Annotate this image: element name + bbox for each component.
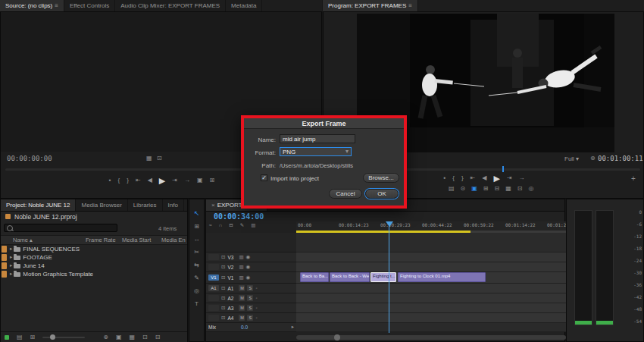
razor-tool-icon[interactable]: ✂: [194, 249, 199, 256]
hand-tool-icon[interactable]: ◎: [194, 288, 199, 294]
voiceover-record-icon[interactable]: ◦: [255, 306, 257, 311]
table-row[interactable]: ▸ FINAL SEQUENCES: [1, 245, 189, 253]
name-input[interactable]: [280, 134, 355, 143]
play-icon[interactable]: ▶: [159, 176, 165, 186]
settings-icon[interactable]: ⊡: [157, 155, 162, 162]
timeline-clip[interactable]: Back to Ba...: [300, 272, 329, 282]
solo-toggle[interactable]: S: [247, 295, 253, 301]
import-checkbox[interactable]: ✓: [261, 174, 267, 181]
source-patch-empty[interactable]: [208, 295, 219, 301]
format-select[interactable]: PNG ▾: [280, 147, 352, 156]
tab-libraries[interactable]: Libraries: [128, 199, 163, 211]
selection-tool-icon[interactable]: ↖: [194, 210, 200, 217]
tab-info[interactable]: Info: [163, 199, 184, 211]
icon-view-icon[interactable]: ⊞: [30, 334, 36, 340]
label-color-chip[interactable]: [2, 246, 7, 253]
slip-tool-icon[interactable]: ⇆: [194, 262, 199, 268]
zoom-level-select[interactable]: Full ▾: [564, 155, 579, 162]
track-lane-a1[interactable]: [296, 284, 566, 293]
linked-selection-icon[interactable]: ⊟: [229, 223, 233, 228]
comparison-view-icon[interactable]: ⊞: [483, 186, 489, 192]
track-lane-v3[interactable]: [296, 253, 566, 262]
sync-lock-icon[interactable]: ▥: [239, 255, 243, 260]
track-lane-v2[interactable]: [296, 262, 566, 272]
proxy-toggle-icon[interactable]: ⊡: [517, 186, 523, 192]
mark-out-icon[interactable]: }: [127, 177, 129, 184]
go-to-in-icon[interactable]: ⇤: [136, 177, 141, 184]
solo-toggle[interactable]: S: [247, 285, 253, 291]
keyframe-nav-icon[interactable]: ▸: [292, 325, 294, 330]
table-row[interactable]: ▸ Motion Graphics Template: [1, 270, 189, 278]
close-icon[interactable]: ×: [211, 202, 215, 209]
tab-audio-clip-mixer[interactable]: Audio Clip Mixer: EXPORT FRAMES: [115, 0, 226, 11]
source-patch-empty[interactable]: [208, 254, 219, 260]
source-patch-empty[interactable]: [208, 305, 219, 311]
label-color-chip[interactable]: [2, 262, 7, 269]
timeline-timecode[interactable]: 00:00:34:00: [214, 212, 264, 221]
eye-icon[interactable]: ◉: [246, 265, 251, 270]
track-lane-a2[interactable]: [296, 293, 566, 303]
track-header-mix[interactable]: Mix 0.0 ▸: [206, 323, 296, 332]
disclosure-icon[interactable]: ▸: [10, 271, 12, 277]
step-back-icon[interactable]: ◀: [482, 175, 486, 181]
trash-icon[interactable]: ⊟: [155, 334, 161, 340]
timeline-settings-icon[interactable]: ▥: [251, 223, 255, 228]
multi-camera-icon[interactable]: ▦: [505, 186, 511, 192]
lock-icon[interactable]: ⊡: [221, 315, 225, 321]
mark-in-icon[interactable]: {: [118, 177, 120, 184]
track-header-a3[interactable]: ⊡ A3 M S ◦: [206, 303, 296, 313]
tab-metadata[interactable]: Metadata: [226, 0, 262, 11]
track-header-v2[interactable]: ⊡ V2 ▥ ◉: [206, 262, 296, 272]
cancel-button[interactable]: Cancel: [329, 189, 362, 199]
lock-icon[interactable]: ⊡: [221, 255, 225, 260]
vr-video-icon[interactable]: ◎: [529, 186, 534, 192]
solo-toggle[interactable]: S: [247, 315, 253, 321]
table-row[interactable]: ▸ FOOTAGE: [1, 253, 189, 262]
eye-icon[interactable]: ◉: [246, 255, 251, 260]
lift-icon[interactable]: ▤: [449, 186, 455, 192]
step-forward-icon[interactable]: ⇥: [507, 175, 512, 181]
go-to-out-icon[interactable]: →: [184, 177, 190, 184]
timeline-scrollbar[interactable]: [296, 335, 566, 340]
type-tool-icon[interactable]: T: [195, 301, 199, 307]
insert-icon[interactable]: ▣: [197, 177, 203, 184]
track-header-v3[interactable]: ⊡ V3 ▥ ◉: [206, 253, 296, 262]
mark-in-icon[interactable]: {: [452, 175, 455, 181]
track-lane-a3[interactable]: [296, 303, 566, 313]
track-lane-a4[interactable]: [296, 313, 566, 323]
search-input[interactable]: [4, 224, 117, 232]
add-marker-icon[interactable]: ▪: [109, 177, 111, 184]
playhead-line[interactable]: [389, 223, 389, 333]
mute-toggle[interactable]: M: [239, 305, 245, 311]
disclosure-icon[interactable]: ▸: [10, 246, 12, 252]
extract-icon[interactable]: ⊙: [461, 186, 466, 192]
button-editor-plus-icon[interactable]: +: [631, 175, 636, 183]
source-patch-v1[interactable]: V1: [208, 275, 219, 281]
grid-view-icon[interactable]: ▦: [146, 155, 152, 162]
mute-toggle[interactable]: M: [239, 285, 245, 291]
disclosure-icon[interactable]: ▸: [10, 255, 12, 260]
track-header-v1[interactable]: V1 ⊡ V1 ▥ ◉: [206, 272, 296, 284]
lock-icon[interactable]: ⊡: [221, 286, 225, 291]
new-item-icon[interactable]: ⊡: [142, 334, 148, 340]
playhead-head[interactable]: [386, 221, 393, 227]
solo-toggle[interactable]: S: [247, 305, 253, 311]
new-bin-icon[interactable]: ▦: [130, 334, 136, 340]
label-color-chip[interactable]: [2, 254, 7, 261]
pen-tool-icon[interactable]: ✎: [194, 275, 199, 281]
wrench-settings-icon[interactable]: ⊛: [590, 155, 596, 162]
go-to-in-icon[interactable]: ⇤: [470, 175, 476, 181]
safe-margins-icon[interactable]: ⊟: [495, 186, 500, 192]
timeline-clip[interactable]: Fighting to Clock 01.mp4: [398, 272, 486, 282]
sync-lock-icon[interactable]: ▥: [239, 275, 243, 281]
tab-project[interactable]: Project: Noble JUNE 12: [1, 199, 76, 211]
source-patch-empty[interactable]: [208, 264, 219, 270]
track-select-tool-icon[interactable]: ⊞: [194, 224, 199, 230]
track-header-a1[interactable]: A1 ⊡ A1 M S ◦: [206, 284, 296, 293]
column-name[interactable]: Name ▴: [13, 237, 33, 243]
table-row[interactable]: ▸ June 14: [1, 262, 189, 270]
add-marker-icon[interactable]: ▪: [443, 175, 445, 181]
scrollbar-zoom-handle[interactable]: [334, 334, 340, 340]
list-view-icon[interactable]: ▤: [17, 334, 23, 340]
timeline-clip[interactable]: Back to Back - Web...: [330, 272, 370, 282]
